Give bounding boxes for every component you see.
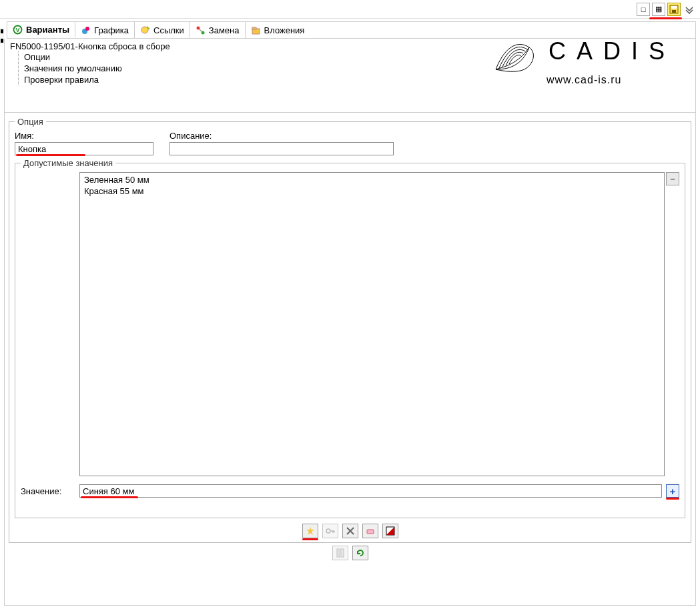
new-button[interactable] — [302, 524, 318, 538]
svg-point-6 — [85, 27, 89, 31]
svg-rect-11 — [252, 27, 256, 29]
tree-root[interactable]: FN5000-1195/01-Кнопка сброса в сборе — [10, 41, 690, 51]
list-item[interactable]: Красная 55 мм — [81, 185, 663, 197]
tab-variants[interactable]: V Варианты — [7, 22, 75, 38]
desc-label: Описание: — [169, 131, 394, 141]
variants-icon: V — [13, 25, 23, 35]
tab-links-label: Ссылки — [153, 25, 184, 35]
tab-attachments-label: Вложения — [264, 25, 305, 35]
collapse-icon[interactable] — [683, 3, 696, 16]
tab-links[interactable]: Ссылки — [135, 22, 190, 38]
option-legend: Опция — [15, 117, 46, 127]
value-label: Значение: — [21, 486, 75, 496]
name-input[interactable] — [15, 142, 153, 155]
option-fieldset: Опция Имя: Описание: Допустимые значения… — [9, 117, 691, 543]
svg-rect-2 — [672, 10, 676, 13]
tree-item-options[interactable]: Опции — [24, 51, 690, 63]
tab-replace-label: Замена — [209, 25, 240, 35]
attachments-icon — [251, 25, 261, 35]
main-area: Опция Имя: Описание: Допустимые значения… — [4, 112, 696, 606]
svg-text:V: V — [15, 27, 19, 33]
tab-replace[interactable]: Замена — [190, 22, 246, 38]
svg-rect-13 — [367, 530, 374, 534]
allowed-listbox[interactable]: Зеленная 50 мм Красная 55 мм — [79, 172, 665, 476]
delete-button[interactable] — [342, 524, 358, 538]
save-button[interactable] — [667, 3, 681, 16]
tree-item-rules[interactable]: Проверки правила — [24, 74, 690, 85]
graphics-icon — [81, 25, 91, 35]
svg-point-8 — [196, 26, 200, 29]
links-icon — [140, 25, 150, 35]
add-value-button[interactable]: + — [666, 484, 679, 498]
window-icon[interactable]: □ — [637, 3, 650, 16]
tab-bar: V Варианты Графика Ссылки Замена Вложени… — [7, 21, 696, 39]
svg-rect-1 — [671, 6, 677, 9]
tab-variants-label: Варианты — [26, 25, 69, 35]
eraser-button[interactable] — [362, 524, 378, 538]
remove-value-button[interactable]: − — [666, 172, 679, 185]
key-button[interactable] — [322, 524, 338, 538]
svg-point-9 — [201, 31, 204, 34]
tree-item-defaults[interactable]: Значения по умолчанию — [24, 63, 690, 74]
flag-button[interactable] — [382, 524, 398, 538]
tab-attachments[interactable]: Вложения — [246, 22, 310, 38]
footer-toolbar — [9, 546, 691, 560]
tree-area: FN5000-1195/01-Кнопка сброса в сборе Опц… — [4, 39, 696, 112]
list-item[interactable]: Зеленная 50 мм — [81, 174, 663, 185]
replace-icon — [196, 25, 206, 35]
title-bar: □ ▦ — [0, 0, 700, 19]
refresh-button[interactable] — [352, 546, 368, 560]
desc-input[interactable] — [169, 142, 394, 155]
option-toolbar — [15, 524, 685, 538]
calendar-icon[interactable]: ▦ — [652, 3, 665, 16]
doc-button[interactable] — [332, 546, 348, 560]
tab-graphics[interactable]: Графика — [75, 22, 135, 38]
tab-graphics-label: Графика — [94, 25, 129, 35]
allowed-legend: Допустимые значения — [21, 158, 115, 168]
name-label: Имя: — [15, 131, 153, 141]
svg-point-12 — [326, 529, 330, 533]
allowed-fieldset: Допустимые значения Зеленная 50 мм Красн… — [15, 158, 685, 518]
value-input[interactable] — [79, 484, 662, 498]
